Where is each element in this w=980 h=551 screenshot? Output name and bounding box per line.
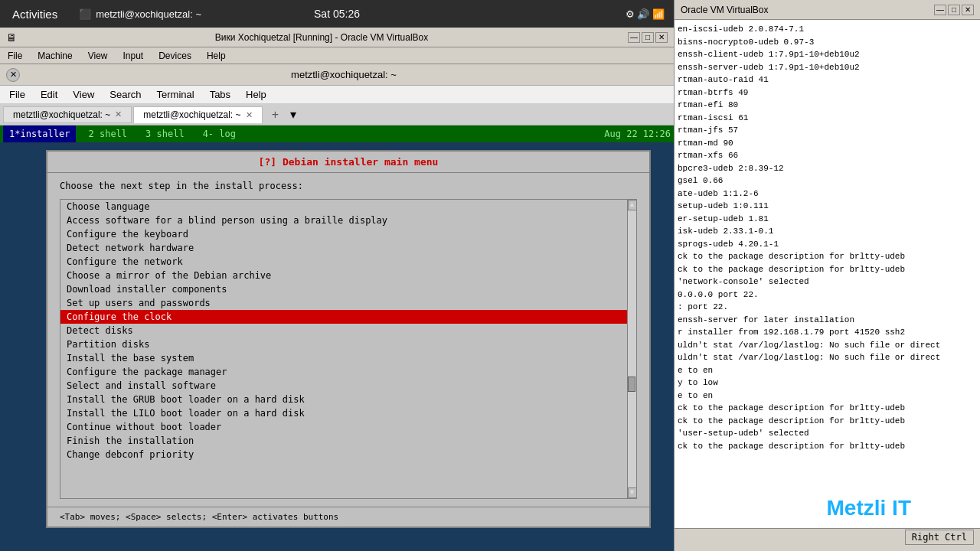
terminal-titlebar: ✕ metztli@xochiquetzal: ~ xyxy=(0,64,674,86)
installer-list-item[interactable]: Choose a mirror of the Debian archive xyxy=(60,269,627,282)
menu-input[interactable]: Input xyxy=(119,49,149,63)
log-line: isk-udeb 2.33.1-0.1 xyxy=(678,225,977,238)
vbox-icon: 🖥 xyxy=(6,31,17,44)
installer-list-container: Choose languageAccess software for a bli… xyxy=(60,199,637,499)
log-line: uldn't stat /var/log/lastlog: No such fi… xyxy=(678,351,977,364)
menu-machine[interactable]: Machine xyxy=(33,49,77,63)
tmux-statusbar: 1*installer 2 shell 3 shell 4- log Aug 2… xyxy=(0,126,674,142)
tmux-tab-1[interactable]: 1*installer xyxy=(3,126,76,142)
installer-list-item[interactable]: Install the LILO boot loader on a hard d… xyxy=(60,406,627,420)
log-line: 0.0.0.0 port 22. xyxy=(678,289,977,302)
close-button[interactable]: ✕ xyxy=(655,32,668,43)
installer-list-item[interactable]: Configure the network xyxy=(60,255,627,269)
installer-list-item[interactable]: Access software for a blind person using… xyxy=(60,214,627,227)
installer-list-item[interactable]: Partition disks xyxy=(60,337,627,351)
installer-title: [?] Debian installer main menu xyxy=(47,152,649,173)
tmux-tab-3[interactable]: 3 shell xyxy=(139,126,191,142)
installer-footer: <Tab> moves; <Space> selects; <Enter> ac… xyxy=(47,507,649,527)
tab-2-close[interactable]: ✕ xyxy=(246,110,253,120)
installer-list-item[interactable]: Change debconf priority xyxy=(60,448,627,461)
menu-help[interactable]: Help xyxy=(202,49,230,63)
installer-list-item[interactable]: Detect disks xyxy=(60,324,627,337)
vbox-menubar: File Machine View Input Devices Help xyxy=(0,47,674,64)
term-menu-search[interactable]: Search xyxy=(106,87,144,102)
menu-devices[interactable]: Devices xyxy=(154,49,196,63)
menu-view[interactable]: View xyxy=(83,49,113,63)
menu-file[interactable]: File xyxy=(3,49,27,63)
metzli-watermark: Metzli IT xyxy=(827,496,911,520)
tab-1[interactable]: metztli@xochiquetzal: ~ ✕ xyxy=(3,106,132,123)
installer-list-item[interactable]: Configure the package manager xyxy=(60,365,627,379)
installer-list-item[interactable]: Select and install software xyxy=(60,379,627,393)
log-line: enssh-server for later installation xyxy=(678,314,977,327)
scroll-track xyxy=(628,210,636,487)
tab-2[interactable]: metztli@xochiquetzal: ~ ✕ xyxy=(133,106,262,123)
installer-list-item[interactable]: Continue without boot loader xyxy=(60,420,627,434)
installer-list-item[interactable]: Detect network hardware xyxy=(60,241,627,255)
log-line: gsel 0.66 xyxy=(678,174,977,187)
log-line: enssh-server-udeb 1:7.9p1-10+deb10u2 xyxy=(678,61,977,74)
vbox-title: Вики Xochiquetzal [Running] - Oracle VM … xyxy=(17,32,626,43)
term-menu-file[interactable]: File xyxy=(6,87,28,102)
maximize-button[interactable]: □ xyxy=(642,32,654,43)
log-line: rtman-iscsi 61 xyxy=(678,112,977,125)
installer-list-item[interactable]: Download installer components xyxy=(60,282,627,296)
log-line: enssh-client-udeb 1:7.9p1-10+deb10u2 xyxy=(678,48,977,61)
log-line: bpcre3-udeb 2:8.39-12 xyxy=(678,162,977,175)
vbox-log-content: en-iscsi-udeb 2.0.874-7.1bisns-nocrypto0… xyxy=(675,20,980,528)
scroll-down-btn[interactable]: ▼ xyxy=(628,487,637,498)
installer-list[interactable]: Choose languageAccess software for a bli… xyxy=(60,200,627,498)
tab-dropdown-btn[interactable]: ▾ xyxy=(287,106,299,123)
vbox-right-title: Oracle VM VirtualBox xyxy=(681,5,934,15)
installer-list-item[interactable]: Install the GRUB boot loader on a hard d… xyxy=(60,393,627,406)
gnome-clock: Sat 05:26 xyxy=(314,8,360,20)
installer-list-item[interactable]: Finish the installation xyxy=(60,434,627,448)
tab-2-label: metztli@xochiquetzal: ~ xyxy=(143,109,240,120)
log-line: er-setup-udeb 1.81 xyxy=(678,213,977,226)
term-menu-edit[interactable]: Edit xyxy=(38,87,60,102)
tmux-tab-4[interactable]: 4- log xyxy=(197,126,242,142)
log-line: ck to the package description for brltty… xyxy=(678,402,977,415)
terminal-taskbar-btn[interactable]: ⬛ metztli@xochiquetzal: ~ xyxy=(70,0,211,28)
term-menu-view[interactable]: View xyxy=(70,87,97,102)
tmux-tabs: 1*installer 2 shell 3 shell 4- log xyxy=(3,126,242,142)
term-menu-tabs[interactable]: Tabs xyxy=(207,87,234,102)
activities-button[interactable]: Activities xyxy=(0,0,70,28)
log-line: ck to the package description for brltty… xyxy=(678,263,977,276)
log-line: rtman-jfs 57 xyxy=(678,124,977,137)
scroll-up-btn[interactable]: ▲ xyxy=(628,200,637,210)
log-line: bisns-nocrypto0-udeb 0.97-3 xyxy=(678,36,977,49)
vbox-titlebar: 🖥 Вики Xochiquetzal [Running] - Oracle V… xyxy=(0,28,674,47)
terminal-tabbar: metztli@xochiquetzal: ~ ✕ metztli@xochiq… xyxy=(0,104,674,126)
installer-list-item[interactable]: Choose language xyxy=(60,200,627,214)
log-line: setup-udeb 1:0.111 xyxy=(678,200,977,213)
log-line: rtman-btrfs 49 xyxy=(678,86,977,99)
installer-scrollbar: ▲ ▼ xyxy=(627,200,636,498)
right-ctrl-indicator: Right Ctrl xyxy=(905,530,974,545)
vbox-right-maximize[interactable]: □ xyxy=(948,5,960,15)
log-line: ck to the package description for brltty… xyxy=(678,415,977,428)
installer-list-item[interactable]: Install the base system xyxy=(60,351,627,365)
terminal-window: ✕ metztli@xochiquetzal: ~ File Edit View… xyxy=(0,64,674,551)
installer-list-item[interactable]: Configure the keyboard xyxy=(60,227,627,241)
desktop: Activities ⬛ metztli@xochiquetzal: ~ Sat… xyxy=(0,0,980,551)
tab-1-close[interactable]: ✕ xyxy=(115,109,122,119)
log-line: 'network-console' selected xyxy=(678,276,977,289)
vbox-right-minimize[interactable]: — xyxy=(934,5,946,15)
term-menu-terminal[interactable]: Terminal xyxy=(154,87,198,102)
installer-list-item[interactable]: Configure the clock xyxy=(60,310,627,324)
vbox-right-buttons: — □ ✕ xyxy=(934,5,974,15)
tmux-tab-2[interactable]: 2 shell xyxy=(82,126,133,142)
installer-list-item[interactable]: Set up users and passwords xyxy=(60,296,627,310)
minimize-button[interactable]: — xyxy=(628,32,640,43)
term-menu-help[interactable]: Help xyxy=(243,87,270,102)
log-line: rtman-xfs 66 xyxy=(678,149,977,162)
terminal-main: [?] Debian installer main menu Choose th… xyxy=(0,142,674,551)
tmux-clock: Aug 22 12:26 xyxy=(604,129,671,139)
new-tab-button[interactable]: + xyxy=(267,106,284,123)
terminal-close-btn[interactable]: ✕ xyxy=(6,68,20,82)
log-line: rtman-auto-raid 41 xyxy=(678,73,977,86)
scroll-thumb[interactable] xyxy=(628,377,635,392)
vbox-right-close[interactable]: ✕ xyxy=(962,5,974,15)
gnome-topbar: Activities ⬛ metztli@xochiquetzal: ~ Sat… xyxy=(0,0,674,28)
